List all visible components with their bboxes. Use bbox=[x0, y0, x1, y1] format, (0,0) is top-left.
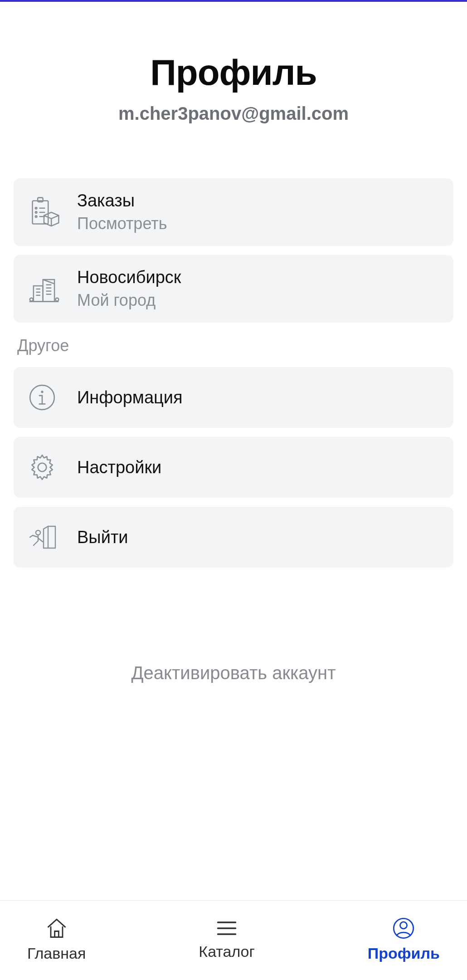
menu-icon bbox=[215, 918, 238, 938]
menu-item-orders[interactable]: Заказы Посмотреть bbox=[14, 178, 453, 246]
svg-point-6 bbox=[35, 216, 37, 217]
tab-profile[interactable]: Профиль bbox=[368, 916, 440, 962]
menu-item-city[interactable]: Новосибирск Мой город bbox=[14, 255, 453, 323]
svg-point-18 bbox=[55, 298, 58, 301]
info-icon bbox=[27, 382, 77, 412]
menu-item-settings[interactable]: Настройки bbox=[14, 437, 453, 498]
svg-rect-8 bbox=[34, 286, 43, 302]
svg-point-21 bbox=[41, 391, 43, 393]
svg-point-4 bbox=[35, 211, 37, 213]
header: Профиль m.cher3panov@gmail.com bbox=[0, 2, 467, 124]
profile-icon bbox=[392, 916, 415, 940]
svg-point-27 bbox=[36, 530, 40, 535]
page-title: Профиль bbox=[14, 52, 453, 93]
svg-point-17 bbox=[30, 298, 33, 301]
gear-icon bbox=[27, 452, 77, 482]
tab-home[interactable]: Главная bbox=[27, 916, 86, 962]
menu-item-subtitle: Посмотреть bbox=[77, 214, 167, 233]
menu-item-title: Заказы bbox=[77, 191, 167, 211]
menu-item-title: Настройки bbox=[77, 458, 161, 477]
home-icon bbox=[45, 916, 68, 940]
menu-item-logout[interactable]: Выйти bbox=[14, 507, 453, 568]
bottom-tab-bar: Главная Каталог Профиль bbox=[0, 900, 467, 980]
user-email: m.cher3panov@gmail.com bbox=[14, 103, 453, 124]
svg-rect-26 bbox=[48, 526, 55, 548]
menu-item-title: Информация bbox=[77, 388, 183, 407]
menu-item-subtitle: Мой город bbox=[77, 291, 181, 310]
city-icon bbox=[27, 272, 77, 306]
tab-label: Профиль bbox=[368, 945, 440, 962]
section-label-other: Другое bbox=[17, 336, 450, 355]
exit-icon bbox=[27, 524, 77, 551]
deactivate-account-button[interactable]: Деактивировать аккаунт bbox=[131, 663, 336, 683]
menu-item-title: Новосибирск bbox=[77, 268, 181, 287]
tab-catalog[interactable]: Каталог bbox=[199, 918, 255, 960]
svg-point-25 bbox=[38, 463, 47, 472]
tab-label: Каталог bbox=[199, 943, 255, 960]
orders-icon bbox=[27, 196, 77, 229]
svg-point-2 bbox=[35, 207, 37, 209]
menu-item-info[interactable]: Информация bbox=[14, 367, 453, 428]
menu-item-title: Выйти bbox=[77, 528, 128, 547]
svg-point-32 bbox=[400, 922, 407, 929]
tab-label: Главная bbox=[27, 945, 86, 962]
